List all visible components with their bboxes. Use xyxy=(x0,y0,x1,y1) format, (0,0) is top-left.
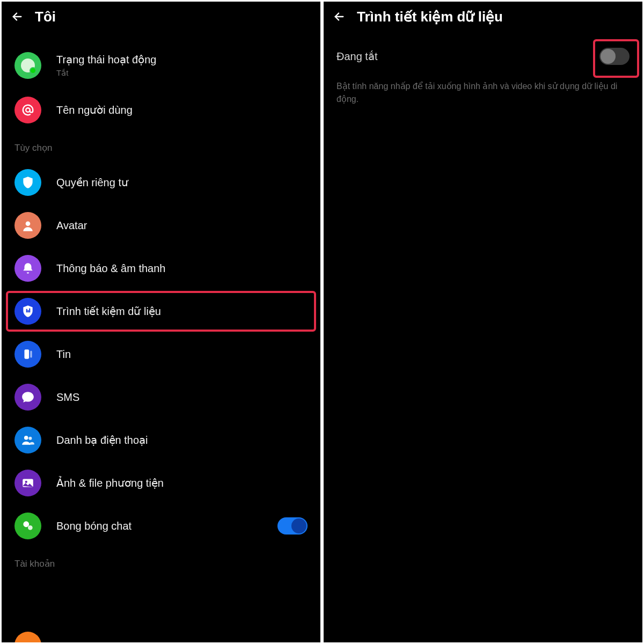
row-data-saver[interactable]: Trình tiết kiệm dữ liệu xyxy=(2,290,320,333)
row-label: Danh bạ điện thoại xyxy=(56,434,148,447)
svg-rect-6 xyxy=(25,349,30,358)
svg-point-12 xyxy=(23,521,29,527)
row-story[interactable]: Tin xyxy=(2,333,320,376)
data-saver-toggle[interactable] xyxy=(599,48,630,65)
row-privacy[interactable]: Quyền riêng tư xyxy=(2,161,320,204)
row-label: SMS xyxy=(56,391,79,404)
row-sublabel: Tắt xyxy=(56,68,308,78)
row-label: Ảnh & file phương tiện xyxy=(56,477,164,489)
svg-point-8 xyxy=(24,436,28,440)
highlight-frame xyxy=(6,291,316,332)
svg-point-11 xyxy=(25,481,27,483)
shield-icon xyxy=(14,169,41,196)
status-label: Đang tắt xyxy=(336,50,377,63)
row-label: Thông báo & âm thanh xyxy=(56,262,165,275)
right-header: Trình tiết kiệm dữ liệu xyxy=(324,2,642,32)
svg-point-2 xyxy=(26,221,31,226)
active-status-icon xyxy=(14,52,41,79)
back-button[interactable] xyxy=(11,11,23,23)
svg-rect-4 xyxy=(27,310,28,312)
row-label: Trạng thái hoạt động xyxy=(56,53,308,66)
settings-list: Trạng thái hoạt động Tắt Tên người dùng … xyxy=(2,32,320,577)
bell-icon xyxy=(14,255,41,282)
chat-icon xyxy=(14,384,41,411)
row-avatar[interactable]: Avatar xyxy=(2,204,320,247)
row-chat-bubbles[interactable]: Bong bóng chat xyxy=(2,504,320,547)
story-icon xyxy=(14,341,41,368)
right-screen: Trình tiết kiệm dữ liệu Đang tắt Bật tín… xyxy=(324,2,642,642)
row-label: Tin xyxy=(56,348,71,361)
data-saver-icon xyxy=(14,298,41,325)
page-title: Tôi xyxy=(35,9,56,25)
row-label: Tên người dùng xyxy=(56,104,133,116)
chat-bubbles-toggle[interactable] xyxy=(277,517,308,535)
at-sign-icon xyxy=(14,97,41,123)
svg-rect-7 xyxy=(30,351,32,358)
row-label: Trình tiết kiệm dữ liệu xyxy=(56,305,161,318)
people-icon xyxy=(14,427,41,453)
svg-rect-5 xyxy=(29,309,30,313)
back-button[interactable] xyxy=(333,11,345,23)
description-text: Bật tính năng nhấp để tải xuống hình ảnh… xyxy=(324,76,642,106)
left-screen: Tôi Trạng thái hoạt động Tắt Tên người d… xyxy=(2,2,320,642)
row-media[interactable]: Ảnh & file phương tiện xyxy=(2,462,320,504)
row-label: Quyền riêng tư xyxy=(56,176,128,189)
section-preferences: Tùy chọn xyxy=(2,131,320,161)
section-account: Tài khoản xyxy=(2,547,320,577)
row-contacts[interactable]: Danh bạ điện thoại xyxy=(2,419,320,462)
row-username[interactable]: Tên người dùng xyxy=(2,89,320,131)
row-sms[interactable]: SMS xyxy=(2,376,320,419)
row-label: Avatar xyxy=(56,219,87,232)
partial-row-icon xyxy=(14,632,41,642)
left-header: Tôi xyxy=(2,2,320,32)
svg-point-9 xyxy=(28,437,32,440)
svg-rect-3 xyxy=(26,309,27,313)
row-label: Bong bóng chat xyxy=(56,520,262,532)
row-notifications[interactable]: Thông báo & âm thanh xyxy=(2,247,320,290)
data-saver-toggle-row: Đang tắt xyxy=(324,32,642,76)
page-title: Trình tiết kiệm dữ liệu xyxy=(357,9,503,25)
photo-icon xyxy=(14,470,41,496)
avatar-icon xyxy=(14,212,41,239)
svg-point-13 xyxy=(28,525,33,530)
row-active-status[interactable]: Trạng thái hoạt động Tắt xyxy=(2,42,320,89)
bubbles-icon xyxy=(14,513,41,539)
